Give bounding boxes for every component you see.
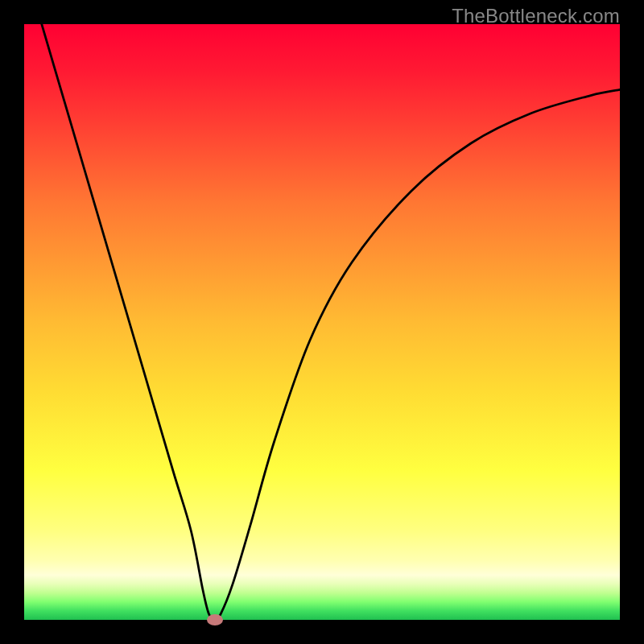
minimum-marker (207, 614, 223, 625)
watermark-text: TheBottleneck.com (452, 5, 620, 27)
bottleneck-curve (24, 24, 620, 620)
chart-frame: TheBottleneck.com (0, 0, 644, 644)
curve-path (24, 0, 620, 620)
